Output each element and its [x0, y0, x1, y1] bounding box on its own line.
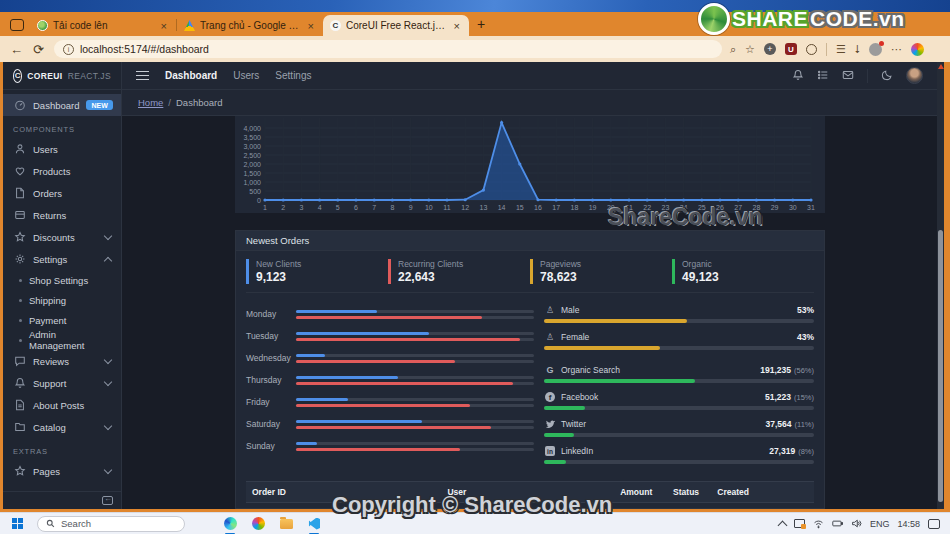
- svg-text:8: 8: [390, 204, 394, 211]
- sidebar-item-label: Products: [33, 166, 71, 177]
- new-tab-button[interactable]: +: [477, 16, 485, 32]
- mail-icon[interactable]: [842, 67, 854, 85]
- chevron-down-icon: [104, 355, 112, 363]
- wifi-icon[interactable]: [813, 518, 824, 529]
- dark-mode-moon-icon[interactable]: [881, 67, 893, 85]
- breadcrumb-home-link[interactable]: Home: [138, 97, 163, 108]
- new-badge: NEW: [86, 100, 112, 110]
- bookmark-star-icon[interactable]: ☆: [745, 43, 755, 56]
- svg-text:4: 4: [318, 204, 322, 211]
- tab-close-icon[interactable]: ×: [452, 20, 462, 32]
- sidebar-brand[interactable]: C COREUI REACT.JS: [3, 62, 121, 90]
- tray-chevron-up-icon[interactable]: [778, 520, 788, 530]
- battery-icon[interactable]: [832, 518, 843, 529]
- copilot-icon[interactable]: [911, 43, 924, 56]
- traffic-chart-card: 05001,0001,5002,0002,5003,0003,5004,0001…: [235, 116, 825, 213]
- linkedin-icon: in: [544, 446, 556, 456]
- sidebar-item-products[interactable]: Products: [3, 160, 121, 182]
- svg-text:15: 15: [516, 204, 524, 211]
- tab-title: Tải code lên: [53, 20, 154, 31]
- edge-taskbar-icon[interactable]: [223, 517, 237, 531]
- svg-text:7: 7: [372, 204, 376, 211]
- sidebar-item-reviews[interactable]: Reviews: [3, 350, 121, 372]
- sidebar-item-users[interactable]: Users: [3, 138, 121, 160]
- notification-center-icon[interactable]: [928, 519, 940, 529]
- task-list-icon[interactable]: [817, 67, 829, 85]
- bell-icon[interactable]: [792, 67, 804, 85]
- collections-icon[interactable]: ☰: [836, 43, 846, 56]
- sidebar-item-catalog[interactable]: Catalog: [3, 416, 121, 438]
- browser-window: Tải code lên × Trang chủ - Google Drive …: [0, 12, 950, 512]
- traffic-area-chart: 05001,0001,5002,0002,5003,0003,5004,0001…: [235, 116, 825, 213]
- social-row-facebook: fFacebook51,223(15%): [544, 390, 814, 410]
- nav-link-dashboard[interactable]: Dashboard: [165, 70, 217, 81]
- sidebar-item-settings[interactable]: Settings: [3, 248, 121, 270]
- tab-title: CoreUI Free React.js Admin Temp: [346, 20, 447, 31]
- tab-search-icon[interactable]: [10, 19, 24, 31]
- stat-value: 22,643: [398, 270, 520, 284]
- tab-close-icon[interactable]: ×: [159, 20, 169, 32]
- download-icon[interactable]: ⭣: [855, 43, 860, 56]
- browser-profile-avatar[interactable]: [869, 43, 882, 56]
- sidebar-subitem-shop-settings[interactable]: Shop Settings: [3, 270, 121, 290]
- file-explorer-taskbar-icon[interactable]: [279, 517, 293, 531]
- taskbar-search[interactable]: Search: [37, 516, 185, 532]
- extension-circle-icon[interactable]: [806, 44, 817, 55]
- male-icon: ♙: [544, 305, 556, 315]
- extensions-icon[interactable]: +: [764, 43, 776, 55]
- female-icon: ♙: [544, 332, 556, 342]
- user-avatar[interactable]: [906, 67, 923, 84]
- gear-icon: [13, 253, 26, 266]
- reload-button[interactable]: ⟳: [33, 42, 44, 57]
- file-icon: [13, 187, 26, 200]
- sidebar-item-label: Admin Management: [29, 329, 111, 351]
- start-button[interactable]: [12, 518, 23, 529]
- browser-menu-icon[interactable]: ⋯: [891, 43, 902, 56]
- hamburger-menu-icon[interactable]: [136, 71, 149, 81]
- back-button[interactable]: ←: [10, 42, 23, 57]
- scrollbar-up-arrow[interactable]: [938, 64, 944, 69]
- browser-tab-2[interactable]: Trang chủ - Google Drive ×: [177, 15, 323, 36]
- ublock-extension-icon[interactable]: U: [785, 43, 797, 55]
- sidebar-subitem-payment[interactable]: Payment: [3, 310, 121, 330]
- sidebar-subitem-shipping[interactable]: Shipping: [3, 290, 121, 310]
- nav-link-settings[interactable]: Settings: [275, 70, 311, 81]
- scrollbar-thumb[interactable]: [938, 230, 943, 502]
- app-navbar: Dashboard Users Settings: [122, 62, 937, 90]
- speaker-icon[interactable]: [851, 518, 862, 529]
- tray-app-icon[interactable]: [794, 519, 805, 528]
- copilot-taskbar-icon[interactable]: [251, 517, 265, 531]
- tab-close-icon[interactable]: ×: [306, 20, 316, 32]
- language-indicator[interactable]: ENG: [870, 519, 890, 529]
- sidebar-item-orders[interactable]: Orders: [3, 182, 121, 204]
- app-scrollbar[interactable]: [937, 62, 944, 509]
- weekday-row: Saturday: [246, 413, 534, 435]
- sidebar-item-dashboard[interactable]: Dashboard NEW: [3, 94, 121, 116]
- address-bar[interactable]: i localhost:5174/#/dashboard: [54, 40, 722, 58]
- search-placeholder: Search: [61, 518, 91, 529]
- nav-link-users[interactable]: Users: [233, 70, 259, 81]
- browser-tab-3-active[interactable]: C CoreUI Free React.js Admin Temp ×: [323, 15, 469, 36]
- sidebar-item-label: Returns: [33, 210, 66, 221]
- sidebar-item-discounts[interactable]: Discounts: [3, 226, 121, 248]
- sidebar-subitem-admin-management[interactable]: Admin Management: [3, 330, 121, 350]
- weekday-row: Friday: [246, 391, 534, 413]
- vscode-taskbar-icon[interactable]: [307, 517, 321, 531]
- sidebar-item-returns[interactable]: Returns: [3, 204, 121, 226]
- sidebar-item-label: Dashboard: [33, 100, 79, 111]
- svg-text:12: 12: [461, 204, 469, 211]
- sidebar-item-pages[interactable]: Pages: [3, 460, 121, 482]
- sidebar-item-label: Shipping: [29, 295, 66, 306]
- browser-tab-1[interactable]: Tải code lên ×: [30, 15, 176, 36]
- sidebar-item-label: About Posts: [33, 400, 84, 411]
- sidebar-collapse-icon[interactable]: [102, 496, 113, 505]
- zoom-icon[interactable]: ⌕: [730, 43, 736, 56]
- sidebar-item-label: Users: [33, 144, 58, 155]
- site-info-icon[interactable]: i: [63, 44, 74, 55]
- chevron-down-icon: [104, 465, 112, 473]
- sidebar-item-support[interactable]: Support: [3, 372, 121, 394]
- clock[interactable]: 14:58: [897, 519, 920, 529]
- gauge-icon: [13, 99, 26, 112]
- sidebar-item-about-posts[interactable]: About Posts: [3, 394, 121, 416]
- toolbar-divider: [826, 43, 827, 56]
